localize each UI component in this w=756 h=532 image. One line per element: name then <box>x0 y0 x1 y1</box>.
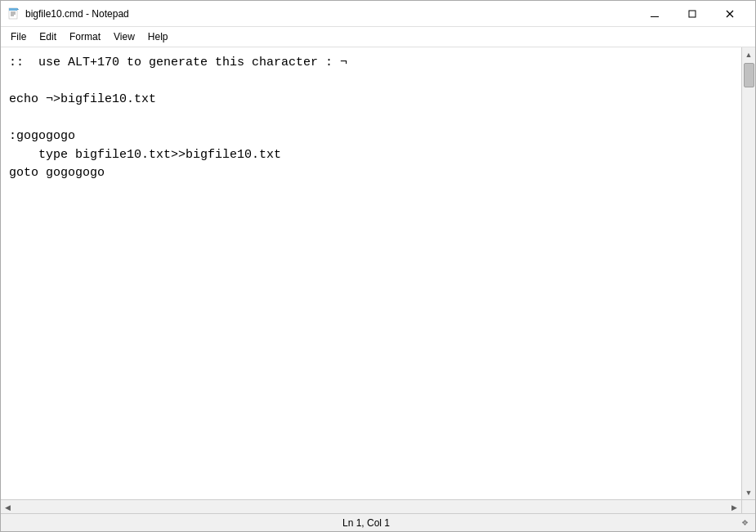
window-controls <box>636 1 749 27</box>
svg-marker-6 <box>17 8 19 10</box>
window-title: bigfile10.cmd - Notepad <box>25 8 636 20</box>
close-button[interactable] <box>711 1 749 27</box>
menu-edit[interactable]: Edit <box>33 29 63 44</box>
scroll-corner <box>741 500 755 514</box>
svg-rect-8 <box>689 11 696 17</box>
minimize-button[interactable] <box>636 1 673 27</box>
menu-bar: File Edit Format View Help <box>1 27 755 47</box>
status-bar: Ln 1, Col 1 ❖ <box>1 513 755 531</box>
scroll-up-button[interactable]: ▲ <box>742 47 756 61</box>
text-editor[interactable]: :: use ALT+170 to generate this characte… <box>1 47 741 499</box>
cursor-position: Ln 1, Col 1 <box>342 517 390 529</box>
maximize-button[interactable] <box>673 1 711 27</box>
grid-icon: ❖ <box>741 518 749 527</box>
menu-view[interactable]: View <box>107 29 141 44</box>
svg-rect-1 <box>9 8 17 11</box>
bottom-section: ◀ ▶ Ln 1, Col 1 ❖ <box>1 499 755 531</box>
scroll-thumb-v[interactable] <box>744 63 754 87</box>
editor-area: :: use ALT+170 to generate this characte… <box>1 47 755 499</box>
menu-help[interactable]: Help <box>141 29 175 44</box>
title-bar: bigfile10.cmd - Notepad <box>1 1 755 27</box>
menu-file[interactable]: File <box>4 29 33 44</box>
vertical-scrollbar: ▲ ▼ <box>741 47 755 499</box>
svg-rect-7 <box>651 16 659 17</box>
notepad-window: bigfile10.cmd - Notepad File Edit Format… <box>0 0 756 532</box>
notepad-icon <box>7 7 20 20</box>
horizontal-scroll-row: ◀ ▶ <box>1 499 755 513</box>
scroll-track-v[interactable] <box>742 61 756 485</box>
scroll-down-button[interactable]: ▼ <box>742 485 756 499</box>
scroll-right-button[interactable]: ▶ <box>727 500 741 514</box>
scroll-track-h[interactable] <box>15 500 727 514</box>
menu-format[interactable]: Format <box>63 29 107 44</box>
scroll-left-button[interactable]: ◀ <box>1 500 15 514</box>
